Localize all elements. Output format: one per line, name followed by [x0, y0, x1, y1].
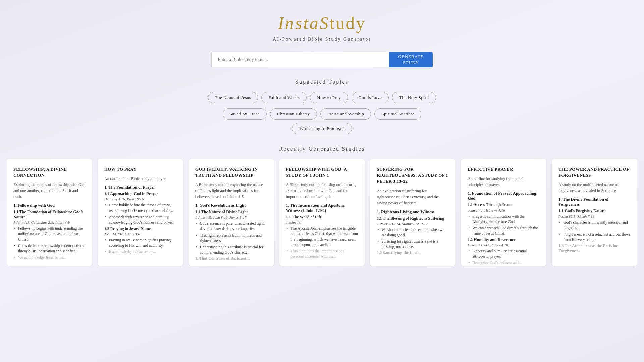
- cards-row: Fellowship: A Divine Connection Explorin…: [7, 159, 637, 266]
- card-2-bullet-3: Praying in Jesus' name signifies praying…: [109, 237, 176, 248]
- card-4-bullet-2: This highlights the importance of a pers…: [291, 248, 358, 259]
- card-6-bullet-2: We can approach God directly through the…: [472, 225, 540, 236]
- card-2-bullet-2: Approach with reverence and humility, ac…: [109, 214, 176, 225]
- card-1-title: Fellowship: A Divine Connection: [13, 166, 86, 178]
- card-6-title: Effective Prayer: [468, 166, 540, 172]
- card-2-title: How to Pray: [104, 166, 176, 172]
- card-7-section-1: 1. The Divine Foundation of Forgiveness: [558, 197, 631, 207]
- card-7-sub-1-1: 1.1 God's Forgiving Nature: [558, 208, 631, 214]
- card-fellowship-1john: Fellowship with God: A Study of 1 John 1…: [279, 159, 365, 266]
- card-3-ref-1: 1 John 1:5, John 8:12, James 1:17: [195, 215, 267, 219]
- card-6-sub-1-2: 1.2 Humility and Reverence: [468, 237, 540, 242]
- card-suffering-righteousness: Suffering for Righteousness: A Study of …: [370, 159, 455, 266]
- card-5-bullet-2: Suffering for righteousness' sake is a b…: [381, 239, 449, 249]
- card-6-subtitle: An outline for studying the biblical pri…: [468, 176, 540, 188]
- card-6-bullet-4: Recognize God's holiness and...: [472, 260, 540, 265]
- suggested-topics-label: Suggested Topics: [295, 79, 349, 85]
- topics-row-3: Witnessing to Prodigals: [292, 123, 352, 134]
- topic-chip-witnessing[interactable]: Witnessing to Prodigals: [292, 123, 352, 134]
- card-god-is-light: God is Light: Walking in Truth and Fello…: [189, 159, 274, 266]
- card-6-ref-1: John 14:6, Hebrews 4:16: [468, 208, 540, 212]
- card-effective-prayer: Effective Prayer An outline for studying…: [461, 159, 546, 266]
- card-1-bullet-1: Fellowship begins with understanding the…: [18, 226, 86, 242]
- card-6-bullet-3: Sincerity and humility are essential att…: [472, 248, 540, 259]
- page-wrapper: InstaStudy AI-Powered Bible Study Genera…: [0, 0, 644, 362]
- card-2-bullet-1: Come boldly before the throne of grace, …: [109, 202, 176, 213]
- card-forgiveness: The Power and Practice of Forgiveness A …: [552, 159, 637, 266]
- card-1-subtitle: Exploring the depths of fellowship with …: [13, 182, 86, 200]
- search-row: GenerateStudy: [211, 52, 433, 67]
- card-2-ref-1: Hebrews 4:16, Psalm 95:6: [104, 197, 176, 201]
- topic-chip-spiritual-warfare[interactable]: Spiritual Warfare: [374, 108, 421, 120]
- app-title-normal: tudy: [330, 14, 366, 33]
- card-5-section-1: 1. Righteous Living and Witness: [377, 209, 449, 215]
- card-7-subtitle: A study on the multifaceted nature of fo…: [558, 182, 631, 194]
- card-2-sub-1-2: 1.2 Praying in Jesus' Name: [104, 226, 176, 231]
- card-5-title: Suffering for Righteousness: A Study of …: [377, 166, 449, 185]
- card-4-title: Fellowship with God: A Study of 1 John 1: [286, 166, 358, 178]
- card-2-ref-2: John 14:13-14, Acts 3:6: [104, 232, 176, 236]
- card-6-section-1: 1. Foundation of Prayer: Approaching God: [468, 191, 540, 201]
- topic-chip-holy-spirit[interactable]: The Holy Spirit: [392, 92, 436, 103]
- topic-chip-faith-and-works[interactable]: Faith and Works: [261, 92, 307, 103]
- card-7-bullet-1: God's character is inherently merciful a…: [563, 220, 631, 230]
- card-7-bullet-2: Forgiveness is not a reluctant act, but …: [563, 232, 631, 242]
- card-6-sub-1-1: 1.1 Access Through Jesus: [468, 202, 540, 207]
- card-6-bullet-1: Prayer is communication with the Almight…: [472, 214, 540, 224]
- card-1-section-1: 1. Fellowship with God: [13, 203, 86, 208]
- card-2-section-1: 1. The Foundation of Prayer: [104, 185, 176, 190]
- app-subtitle: AI-Powered Bible Study Generator: [273, 37, 371, 42]
- topic-chip-god-is-love[interactable]: God is Love: [352, 92, 389, 103]
- topic-chip-christian-liberty[interactable]: Christian Liberty: [270, 108, 317, 120]
- card-5-bullet-1: We should not fear persecution when we a…: [381, 227, 449, 238]
- generate-button[interactable]: GenerateStudy: [389, 52, 433, 67]
- topic-chip-how-to-pray[interactable]: How to Pray: [310, 92, 348, 103]
- card-fellowship-divine: Fellowship: A Divine Connection Explorin…: [7, 159, 92, 266]
- card-7-sub-1-2: 1.2 The Atonement as the Basis for Forgi…: [558, 243, 631, 253]
- card-3-bullet-2: This light represents truth, holiness, a…: [200, 233, 267, 243]
- topic-chip-praise-and-worship[interactable]: Praise and Worship: [320, 108, 371, 120]
- card-5-ref-1: 1 Peter 3:13-14, Matthew 5:10-12: [377, 222, 449, 226]
- card-5-sub-1-2: 1.2 Sanctifying the Lord...: [377, 250, 449, 255]
- search-input[interactable]: [211, 52, 389, 67]
- topic-chip-name-of-jesus[interactable]: The Name of Jesus: [208, 92, 258, 103]
- card-4-subtitle: A Bible study outline focusing on 1 John…: [286, 182, 358, 200]
- card-2-sub-1-1: 1.1 Approaching God in Prayer: [104, 191, 176, 196]
- card-1-ref-1: 1 John 1:3, Colossians 2:9, John 14:9: [13, 220, 86, 224]
- app-title: InstaStudy: [278, 13, 366, 33]
- topics-row-1: The Name of Jesus Faith and Works How to…: [208, 92, 436, 103]
- card-2-bullet-4: It acknowledges Jesus as the...: [109, 249, 176, 254]
- card-3-title: God is Light: Walking in Truth and Fello…: [195, 166, 267, 178]
- card-3-sub-1-1: 1.1 The Nature of Divine Light: [195, 209, 267, 215]
- recent-studies-label: Recently Generated Studies: [279, 146, 365, 152]
- card-1-bullet-3: We acknowledge Jesus as the...: [18, 255, 86, 260]
- card-3-bullet-3: Understanding this attribute is crucial …: [200, 244, 267, 255]
- card-3-sub-1-2: 1. That Contrasts of Darkness...: [195, 256, 267, 261]
- app-title-italic: InstaS: [278, 14, 330, 33]
- card-how-to-pray: How to Pray An outline for a Bible study…: [98, 159, 183, 266]
- card-3-section-1: 1. God's Revelation as Light: [195, 203, 267, 208]
- card-4-sub-1-1: 1.1 The Word of Life: [286, 215, 358, 220]
- card-4-bullet-1: The Apostle John emphasizes the tangible…: [291, 226, 358, 247]
- card-1-bullet-2: God's desire for fellowship is demonstra…: [18, 243, 86, 254]
- card-5-subtitle: An exploration of suffering for righteou…: [377, 188, 449, 206]
- card-4-ref-1: 1 John 1:1: [286, 220, 358, 224]
- topics-row-2: Saved by Grace Christian Liberty Praise …: [223, 108, 421, 120]
- card-2-subtitle: An outline for a Bible study on prayer.: [104, 176, 176, 182]
- card-7-title: The Power and Practice of Forgiveness: [558, 166, 631, 178]
- card-6-ref-2: Luke 18:13-14, James 4:10: [468, 243, 540, 247]
- card-3-subtitle: A Bible study outline exploring the natu…: [195, 182, 267, 200]
- card-4-section-1: 1. The Incarnation and Apostolic Witness…: [286, 203, 358, 213]
- card-7-ref-1: Psalm 86:5, Micah 7:18: [558, 214, 631, 218]
- topic-chip-saved-by-grace[interactable]: Saved by Grace: [223, 108, 267, 120]
- card-3-bullet-1: God's essence is pure, unadulterated lig…: [200, 221, 267, 231]
- card-5-sub-1-1: 1.1 The Blessing of Righteous Suffering: [377, 216, 449, 221]
- card-1-sub-1-1: 1.1 The Foundation of Fellowship: God's …: [13, 209, 86, 220]
